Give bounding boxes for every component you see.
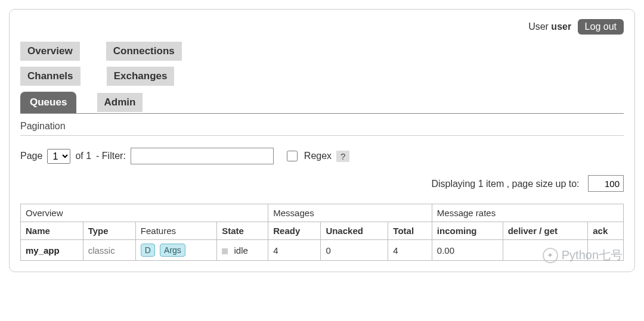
display-count-line: Displaying 1 item , page size up to:: [20, 170, 624, 204]
group-overview: Overview: [21, 204, 268, 222]
col-type[interactable]: Type: [83, 222, 135, 240]
tab-exchanges[interactable]: Exchanges: [107, 67, 175, 86]
col-incoming[interactable]: incoming: [432, 222, 503, 240]
pager-line: Page 1 of 1 - Filter: Regex ?: [20, 139, 624, 170]
col-name[interactable]: Name: [21, 222, 83, 240]
displaying-text: Displaying 1 item , page size up to:: [431, 179, 579, 189]
topbar: User user Log out: [20, 15, 624, 38]
tab-overview[interactable]: Overview: [20, 42, 80, 61]
col-state[interactable]: State: [217, 222, 268, 240]
tab-admin[interactable]: Admin: [97, 93, 143, 112]
page-select[interactable]: 1: [47, 149, 70, 164]
cell-total: 4: [388, 240, 432, 261]
feature-durable-badge: D: [141, 244, 155, 257]
nav-tabs: Overview Connections Channels Exchanges …: [20, 42, 624, 114]
page-label: Page: [20, 151, 42, 161]
pagination-title: Pagination: [20, 121, 624, 136]
cell-ready: 4: [268, 240, 321, 261]
app-frame: User user Log out Overview Connections C…: [9, 9, 635, 272]
queue-state: idle: [217, 240, 268, 261]
tab-queues[interactable]: Queues: [20, 92, 76, 113]
col-total[interactable]: Total: [388, 222, 432, 240]
col-ack[interactable]: ack: [588, 222, 624, 240]
regex-label: Regex: [304, 151, 332, 161]
table-row: my_app classic D Args idle 4 0 4 0.00: [21, 240, 624, 261]
page-size-input[interactable]: [588, 175, 624, 192]
state-dot-icon: [222, 248, 228, 254]
feature-args-badge: Args: [160, 244, 185, 257]
filter-label: - Filter:: [96, 151, 126, 161]
regex-checkbox[interactable]: [287, 151, 298, 161]
user-prefix: User: [528, 21, 549, 32]
username: user: [551, 21, 571, 32]
of-label: of 1: [75, 151, 91, 161]
cell-incoming: 0.00: [432, 240, 503, 261]
cell-unacked: 0: [321, 240, 388, 261]
logout-button[interactable]: Log out: [578, 19, 624, 35]
col-ready[interactable]: Ready: [268, 222, 321, 240]
cell-deliver-get: [503, 240, 588, 261]
regex-help-button[interactable]: ?: [336, 151, 349, 162]
col-unacked[interactable]: Unacked: [321, 222, 388, 240]
cell-ack: [588, 240, 624, 261]
queues-table: Overview Messages Message rates Name Typ…: [20, 204, 624, 261]
col-deliver-get[interactable]: deliver / get: [503, 222, 588, 240]
tab-channels[interactable]: Channels: [20, 67, 80, 86]
tab-connections[interactable]: Connections: [106, 42, 182, 61]
queue-features: D Args: [135, 240, 217, 261]
filter-input[interactable]: [131, 148, 274, 164]
group-messages: Messages: [268, 204, 432, 222]
queue-type: classic: [83, 240, 135, 261]
state-text: idle: [234, 245, 247, 255]
col-features: Features: [135, 222, 217, 240]
group-rates: Message rates: [432, 204, 623, 222]
queue-name-link[interactable]: my_app: [21, 240, 83, 261]
